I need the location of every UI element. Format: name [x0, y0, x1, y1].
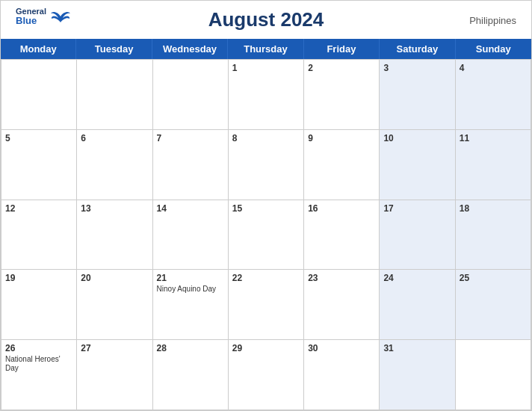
calendar-cell: 31: [380, 340, 455, 410]
logo-bird-icon: [49, 9, 72, 24]
cell-number: 3: [383, 63, 451, 73]
cell-number: 12: [5, 203, 72, 214]
calendar-cell: 19: [1, 270, 77, 340]
cell-number: 23: [308, 273, 375, 283]
cell-number: 11: [460, 133, 527, 143]
cell-number: 13: [81, 203, 148, 214]
calendar-cell: 7: [153, 130, 229, 200]
calendar-cell: 10: [380, 130, 455, 200]
logo-blue: Blue: [16, 16, 46, 26]
calendar-cell: 15: [229, 200, 304, 271]
days-header: Monday Tuesday Wednesday Thursday Friday…: [1, 39, 531, 59]
calendar-cell: 2: [304, 60, 380, 130]
cell-number: 24: [383, 273, 451, 283]
calendar-cell: 24: [380, 270, 455, 340]
calendar-cell: 22: [229, 270, 304, 340]
cell-number: 31: [383, 343, 451, 353]
calendar-cell: 21Ninoy Aquino Day: [153, 270, 229, 340]
calendar-cell: 4: [456, 60, 531, 130]
calendar-cell: [1, 60, 77, 130]
cell-number: 19: [5, 273, 72, 283]
calendar-cell: [77, 60, 152, 130]
cell-number: 7: [157, 133, 224, 143]
cell-number: 1: [232, 63, 300, 73]
cell-number: 22: [232, 273, 300, 283]
cell-number: 9: [308, 133, 375, 143]
cell-number: 10: [383, 133, 451, 143]
calendar-cell: 30: [304, 340, 380, 410]
country-label: Philippines: [469, 14, 516, 25]
calendar-cell: 16: [304, 200, 380, 271]
cell-number: 26: [5, 343, 72, 353]
cell-number: 4: [460, 63, 527, 73]
cell-number: 5: [5, 133, 72, 143]
cell-number: 16: [308, 203, 375, 214]
cell-number: 28: [157, 343, 224, 353]
calendar-cell: 25: [456, 270, 531, 340]
calendar: General Blue August 2024 Philippines Mon…: [0, 0, 532, 411]
cell-number: 21: [157, 273, 224, 283]
calendar-cell: 20: [77, 270, 152, 340]
calendar-title: August 2024: [208, 8, 324, 31]
calendar-cell: 11: [456, 130, 531, 200]
day-tuesday: Tuesday: [76, 39, 152, 59]
day-friday: Friday: [304, 39, 380, 59]
cell-number: 6: [81, 133, 148, 143]
calendar-cell: [153, 60, 229, 130]
cell-number: 18: [460, 203, 527, 214]
day-saturday: Saturday: [380, 39, 455, 59]
calendar-cell: 12: [1, 200, 77, 271]
cell-number: 17: [383, 203, 451, 214]
cell-number: 14: [157, 203, 224, 214]
calendar-cell: 28: [153, 340, 229, 410]
cell-number: 25: [460, 273, 527, 283]
calendar-cell: 6: [77, 130, 152, 200]
logo: General Blue: [16, 7, 72, 26]
calendar-cell: 27: [77, 340, 152, 410]
calendar-cell: 9: [304, 130, 380, 200]
calendar-cell: [456, 340, 531, 410]
calendar-cell: 26National Heroes' Day: [1, 340, 77, 410]
cell-number: 8: [232, 133, 300, 143]
holiday-name: National Heroes' Day: [5, 355, 72, 373]
day-thursday: Thursday: [228, 39, 303, 59]
day-monday: Monday: [1, 39, 76, 59]
day-sunday: Sunday: [456, 39, 531, 59]
cell-number: 20: [81, 273, 148, 283]
cell-number: 15: [232, 203, 300, 214]
calendar-cell: 14: [153, 200, 229, 271]
calendar-cell: 17: [380, 200, 455, 271]
calendar-cell: 13: [77, 200, 152, 271]
calendar-grid: 123456789101112131415161718192021Ninoy A…: [1, 59, 531, 410]
calendar-header: General Blue August 2024 Philippines: [1, 1, 531, 39]
calendar-cell: 3: [380, 60, 455, 130]
calendar-cell: 8: [229, 130, 304, 200]
cell-number: 27: [81, 343, 148, 353]
cell-number: 30: [308, 343, 375, 353]
calendar-cell: 5: [1, 130, 77, 200]
cell-number: 2: [308, 63, 375, 73]
calendar-cell: 18: [456, 200, 531, 271]
calendar-cell: 23: [304, 270, 380, 340]
calendar-cell: 1: [229, 60, 304, 130]
day-wednesday: Wednesday: [152, 39, 228, 59]
holiday-name: Ninoy Aquino Day: [157, 285, 224, 294]
cell-number: 29: [232, 343, 300, 353]
calendar-cell: 29: [229, 340, 304, 410]
